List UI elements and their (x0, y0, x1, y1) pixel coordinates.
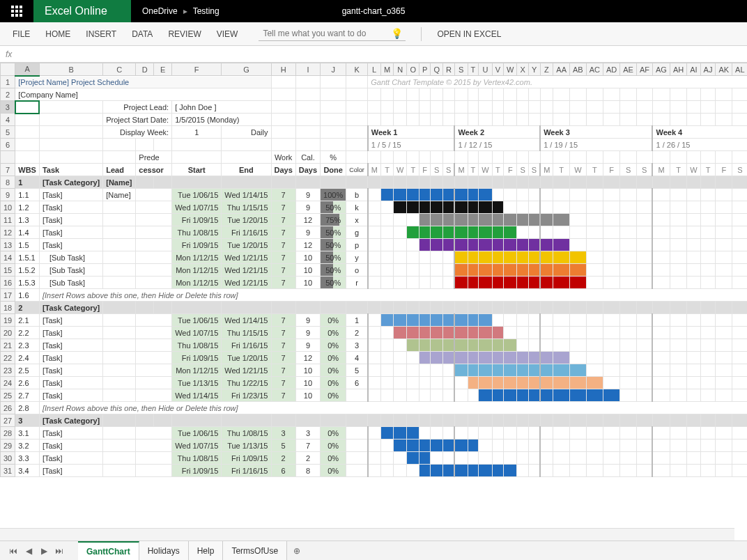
open-in-excel-button[interactable]: OPEN IN EXCEL (437, 29, 501, 39)
breadcrumb-item[interactable]: Testing (193, 6, 220, 16)
horizontal-scrollbar[interactable] (0, 528, 734, 540)
add-sheet-button[interactable]: ⊕ (287, 546, 307, 556)
svg-rect-0 (11, 6, 14, 8)
tab-home[interactable]: HOME (45, 29, 70, 39)
sheet-tab-holidays[interactable]: Holidays (139, 541, 189, 561)
tab-insert[interactable]: INSERT (86, 29, 116, 39)
sheet-nav-prev-icon[interactable]: ◀ (21, 546, 36, 556)
svg-rect-6 (11, 14, 14, 17)
spreadsheet-grid[interactable]: ABCDEFGHIJKLMNOPQRSTUVWXYZAAABACADAEAFAG… (0, 63, 747, 540)
sheet-nav-first-icon[interactable]: ⏮ (6, 546, 21, 556)
breadcrumb-separator-icon: ▸ (183, 6, 187, 16)
sheet-tab-bar: ⏮ ◀ ▶ ⏭ GanttChart Holidays Help TermsOf… (0, 540, 747, 560)
breadcrumb[interactable]: OneDrive ▸ Testing (131, 6, 231, 16)
titlebar: Excel Online OneDrive ▸ Testing gantt-ch… (0, 0, 747, 22)
sheet-tab-termsofuse[interactable]: TermsOfUse (223, 541, 287, 561)
fx-label: fx (6, 49, 12, 59)
app-brand: Excel Online (33, 0, 131, 22)
sheet-tab-help[interactable]: Help (189, 541, 224, 561)
tell-me-box[interactable]: 💡 (259, 26, 406, 41)
tab-review[interactable]: REVIEW (168, 29, 201, 39)
formula-bar[interactable]: fx (0, 46, 747, 63)
svg-rect-4 (15, 10, 18, 13)
svg-rect-2 (20, 6, 22, 8)
breadcrumb-item[interactable]: OneDrive (142, 6, 178, 16)
ribbon-tabs: FILE HOME INSERT DATA REVIEW VIEW 💡 OPEN… (0, 22, 747, 46)
tab-file[interactable]: FILE (13, 29, 30, 39)
sheet-tab-ganttchart[interactable]: GanttChart (78, 541, 139, 561)
svg-rect-3 (11, 10, 14, 13)
svg-rect-8 (20, 14, 22, 17)
tell-me-input[interactable] (261, 28, 387, 39)
divider (421, 27, 422, 41)
app-launcher-icon[interactable] (0, 0, 33, 22)
sheet-nav-last-icon[interactable]: ⏭ (52, 546, 67, 556)
svg-rect-5 (20, 10, 22, 13)
tab-data[interactable]: DATA (132, 29, 153, 39)
lightbulb-icon: 💡 (391, 28, 403, 39)
svg-rect-7 (15, 14, 18, 17)
sheet-nav-next-icon[interactable]: ▶ (36, 546, 52, 556)
svg-rect-1 (15, 6, 18, 8)
tab-view[interactable]: VIEW (217, 29, 238, 39)
